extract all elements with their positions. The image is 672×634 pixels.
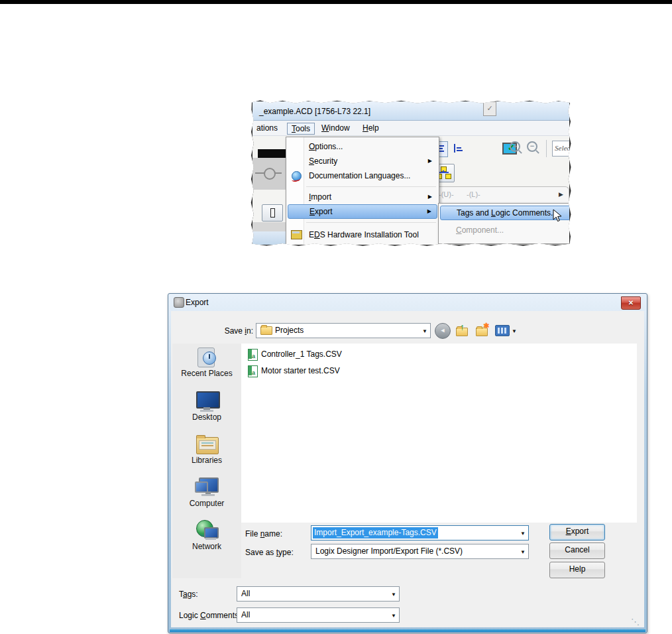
file-name-label: File name:: [245, 529, 282, 539]
save-in-value: Projects: [275, 324, 304, 338]
file-name-combobox[interactable]: Import_Export_example-Tags.CSV ▼: [311, 525, 529, 540]
view-menu-button[interactable]: ▼: [495, 323, 518, 338]
export-dialog-icon: [174, 297, 184, 308]
save-as-type-combobox[interactable]: Logix Designer Import/Export File (*.CSV…: [311, 544, 529, 559]
menu-item-export[interactable]: Export ▶: [288, 204, 437, 219]
menu-item-documentation-languages[interactable]: Documentation Languages...: [288, 168, 437, 183]
chevron-down-icon: ▼: [391, 587, 396, 601]
menu-item-import[interactable]: Import ▶: [288, 190, 437, 204]
label-text: Cancel: [565, 545, 589, 554]
menu-separator: [306, 222, 436, 223]
label-text: ame:: [264, 529, 282, 539]
csv-file-icon: [248, 349, 258, 361]
file-list: Controller_1 Tags.CSV Motor starter test…: [241, 344, 637, 523]
help-button[interactable]: Help: [549, 562, 605, 578]
menu-tools[interactable]: Tools: [287, 123, 315, 135]
place-computer[interactable]: Computer: [172, 476, 241, 508]
label-accelerator: C: [456, 225, 462, 235]
save-as-type-label: Save as type:: [245, 548, 294, 557]
submenu-item-component[interactable]: Component...: [440, 223, 569, 237]
chevron-down-icon: ▼: [520, 544, 526, 558]
label-text: S Hardware Installation Tool: [320, 230, 419, 239]
label-text: ecurity: [314, 157, 337, 166]
up-arrow-icon: ↑: [460, 322, 465, 332]
menu-item-options[interactable]: Options...: [288, 139, 437, 154]
submenu-arrow-icon: ▶: [428, 154, 432, 168]
label-text: elp: [368, 123, 379, 133]
page: _example.ACD [1756-L73 22.1] ations Tool…: [0, 0, 672, 634]
panel-fragment-blue: [252, 231, 288, 245]
menu-help[interactable]: Help: [359, 123, 383, 133]
export-button[interactable]: Export: [549, 524, 605, 540]
logic-comments-combobox[interactable]: All ▼: [237, 607, 400, 623]
resize-grip[interactable]: ⋱: [631, 617, 640, 627]
label-text: xport: [315, 207, 333, 216]
label-accelerator: a: [183, 590, 188, 599]
place-label: Libraries: [172, 456, 241, 465]
latch-coil-button[interactable]: -(L)-: [467, 190, 480, 198]
place-network[interactable]: Network: [172, 519, 241, 551]
dialog-title: Export: [186, 298, 209, 307]
tags-combobox[interactable]: All ▼: [237, 586, 400, 602]
back-button[interactable]: ◄: [435, 323, 451, 339]
label-text: Logic: [179, 611, 200, 620]
label-text: xport: [571, 527, 589, 536]
unlatch-coil-button[interactable]: -(U)-: [439, 190, 454, 198]
toolbar-fragment: [258, 149, 286, 158]
label-accelerator: S: [309, 157, 314, 166]
dialog-frame-bottom: [170, 629, 645, 632]
label-accelerator: W: [321, 123, 329, 133]
label-text: Save as: [245, 548, 276, 557]
label-accelerator: C: [200, 611, 206, 620]
close-button[interactable]: ✕: [621, 296, 641, 310]
menu-item-eds-hardware-installation-tool[interactable]: EDS Hardware Installation Tool: [288, 226, 437, 243]
back-icon: ◄: [440, 327, 446, 334]
ladder-branch-icon[interactable]: [451, 141, 466, 156]
label-accelerator: D: [314, 230, 320, 239]
rung-element-button[interactable]: [262, 204, 283, 222]
label-text: Documentation Languages...: [309, 171, 410, 180]
label-text: Help: [569, 564, 586, 574]
menu-item-security[interactable]: Security ▶: [288, 154, 437, 168]
submenu-arrow-icon: ▶: [428, 190, 432, 204]
place-recent-places[interactable]: Recent Places: [172, 346, 241, 378]
zoom-out-icon[interactable]: −: [527, 141, 537, 152]
place-libraries[interactable]: Libraries: [172, 433, 241, 465]
label-text: ptions...: [315, 142, 343, 151]
label-text: mport: [311, 192, 331, 202]
computer-icon: [195, 476, 219, 499]
select-language-input[interactable]: Select lang: [552, 141, 569, 157]
libraries-icon: [195, 433, 219, 456]
page-top-rule: [0, 0, 672, 4]
save-in-combobox[interactable]: Projects ▼: [256, 323, 431, 338]
close-icon: ✕: [628, 299, 634, 306]
folder-icon: [260, 326, 272, 335]
ladder-rung-fragment: [252, 158, 286, 190]
up-one-level-button[interactable]: ↑: [455, 323, 470, 338]
place-label: Desktop: [172, 412, 241, 422]
logic-comments-label: Logic Comments:: [179, 611, 241, 620]
save-as-type-value: Logix Designer Import/Export File (*.CSV…: [315, 544, 463, 558]
tools-menu-panel: Options... Security ▶ Documentation Lang…: [286, 137, 439, 245]
label-accelerator: H: [363, 123, 368, 133]
verify-rung-icon[interactable]: ✓: [483, 101, 496, 116]
views-grid-icon: [495, 325, 510, 336]
chevron-down-icon: ▼: [512, 328, 517, 334]
logic-comments-value: All: [241, 608, 250, 622]
submenu-item-tags-and-logic-comments[interactable]: Tags and Logic Comments...: [440, 206, 569, 220]
place-desktop[interactable]: Desktop: [172, 390, 241, 422]
menu-separator: [306, 186, 436, 187]
zoom-in-icon[interactable]: +: [510, 141, 520, 152]
chevron-down-icon: ▼: [422, 324, 427, 338]
ladder-element-tab: -(U)- -(L)- ▶: [434, 186, 569, 203]
menu-window[interactable]: Window: [317, 123, 354, 133]
new-folder-button[interactable]: ✱: [475, 323, 490, 338]
file-name: Controller_1 Tags.CSV: [261, 349, 342, 359]
menu-communications-partial[interactable]: ations: [252, 123, 282, 133]
chevron-down-icon: ▼: [520, 526, 526, 540]
label-text: Tags and: [457, 208, 491, 218]
cancel-button[interactable]: Cancel: [549, 542, 605, 559]
tab-scroll-right-icon[interactable]: ▶: [559, 191, 563, 198]
menu-screenshot-inner: _example.ACD [1756-L73 22.1] ations Tool…: [252, 101, 569, 245]
csv-file-icon: [248, 365, 258, 377]
